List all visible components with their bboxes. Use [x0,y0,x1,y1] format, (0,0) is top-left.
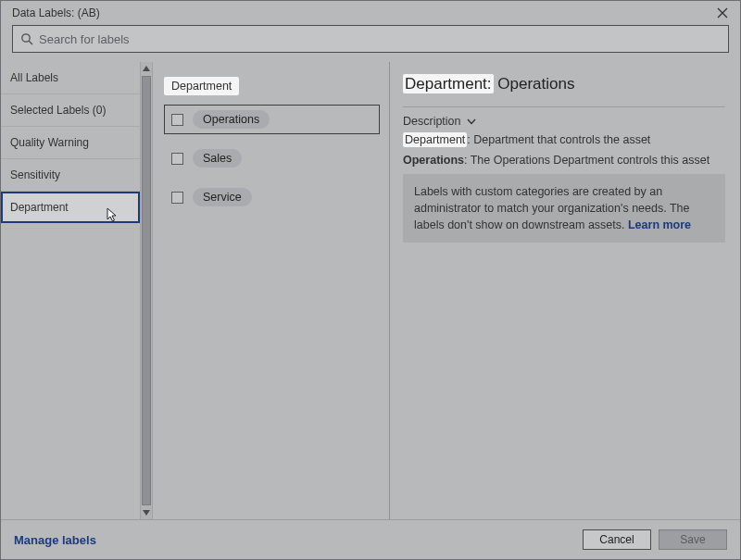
sidebar-item-all-labels[interactable]: All Labels [1,62,140,94]
label-list: Operations Sales Service [164,105,380,212]
description-value: Operations: The Operations Department co… [403,154,725,167]
sidebar-item-quality-warning[interactable]: Quality Warning [1,127,140,159]
sidebar-item-department[interactable]: Department [1,192,140,223]
label-row-service[interactable]: Service [164,182,380,212]
sidebar-scrollbar[interactable] [140,62,153,519]
label-pill: Sales [193,149,242,168]
desc-value-text: : The Operations Department controls thi… [464,154,710,167]
checkbox[interactable] [171,114,183,126]
scroll-up-icon[interactable] [140,62,153,75]
footer: Manage labels Cancel Save [1,519,740,559]
desc-dept-text: : Department that controls the asset [467,133,650,146]
info-box: Labels with custom categories are create… [403,174,725,243]
sidebar-item-label: All Labels [10,71,58,84]
close-icon[interactable] [716,6,729,19]
category-name: Department [164,77,239,95]
detail-title-prefix: Department: [403,74,494,93]
description-toggle[interactable]: Description [403,115,725,128]
dialog-title: Data Labels: (AB) [12,6,100,19]
sidebar-item-label: Department [10,201,69,214]
details-panel: Department: Operations Description Depar… [390,62,740,519]
chevron-down-icon [467,118,476,125]
label-row-operations[interactable]: Operations [164,105,380,134]
divider [403,106,725,107]
svg-line-1 [29,41,32,44]
desc-value-label: Operations [403,154,464,167]
titlebar: Data Labels: (AB) [1,1,740,25]
dialog-body: All Labels Selected Labels (0) Quality W… [1,62,740,519]
label-list-panel: Department Operations Sales Service [153,62,390,519]
learn-more-link[interactable]: Learn more [628,218,691,231]
description-department: Department: Department that controls the… [403,133,725,146]
save-button[interactable]: Save [659,529,727,550]
label-row-sales[interactable]: Sales [164,143,380,173]
label-pill: Service [193,188,252,206]
detail-title: Department: Operations [403,75,725,93]
sidebar-item-selected-labels[interactable]: Selected Labels (0) [1,94,140,127]
sidebar: All Labels Selected Labels (0) Quality W… [1,62,140,519]
manage-labels-link[interactable]: Manage labels [14,533,96,547]
svg-point-0 [22,34,30,42]
checkbox[interactable] [171,153,183,165]
sidebar-item-sensitivity[interactable]: Sensitivity [1,159,140,192]
search-input-wrap[interactable] [12,25,729,53]
checkbox[interactable] [171,192,183,204]
detail-title-value: Operations [497,75,574,93]
data-labels-dialog: Data Labels: (AB) All Labels Selected La… [0,0,741,560]
sidebar-item-label: Quality Warning [10,136,89,149]
search-bar [1,25,740,62]
sidebar-item-label: Sensitivity [10,168,60,181]
sidebar-item-label: Selected Labels (0) [10,104,106,117]
description-header: Description [403,115,461,128]
label-pill: Operations [193,110,270,129]
cancel-button[interactable]: Cancel [583,529,651,550]
cursor-icon [107,207,119,227]
search-icon [20,32,33,45]
scroll-thumb[interactable] [142,76,151,505]
desc-dept-label: Department [403,132,467,147]
scroll-down-icon[interactable] [140,506,153,519]
search-input[interactable] [39,32,721,46]
